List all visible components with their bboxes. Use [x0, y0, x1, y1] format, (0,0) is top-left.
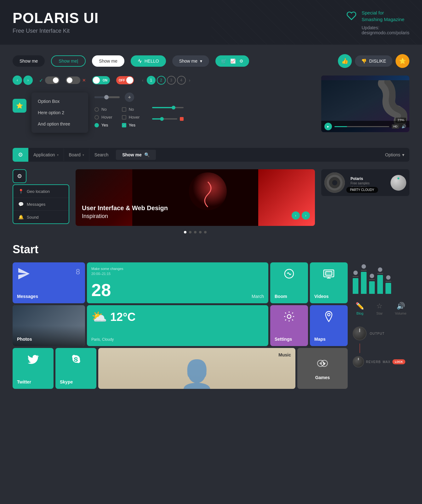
cal-time: 20:00–21:15	[91, 272, 264, 276]
icon-volume[interactable]: 🔊 Volume	[395, 302, 407, 315]
output-knob[interactable]	[353, 327, 367, 340]
dropdown-item-1[interactable]: Option Box	[31, 96, 88, 107]
circle-slider[interactable]	[125, 92, 134, 102]
tile-maps[interactable]: Maps	[310, 305, 348, 346]
radio-hover-1[interactable]: Hover	[94, 115, 112, 120]
weather-city: Paris, Cloudy	[91, 337, 264, 342]
nav-search[interactable]: Search	[89, 148, 113, 161]
dropdown-item-3[interactable]: And option three	[31, 118, 88, 130]
check-yes-2[interactable]: ✓ Yes	[122, 123, 140, 127]
volume-knob[interactable]	[391, 175, 406, 191]
show-me-btn-2[interactable]: Show me|	[51, 55, 86, 67]
carousel-prev[interactable]: ‹	[292, 211, 300, 220]
next-page[interactable]: ›	[187, 78, 192, 83]
page-3[interactable]: 3	[167, 76, 176, 85]
teal-slider-1[interactable]	[152, 107, 184, 108]
eq-knob-1[interactable]	[353, 271, 358, 275]
star-option-btn[interactable]: ⭐	[13, 99, 26, 113]
nav-board[interactable]: Board ▾	[64, 148, 89, 161]
messages-label: Messages	[17, 294, 81, 299]
tiles-row-1: 8 Messages Make some changes 20:00–21:15…	[13, 262, 348, 303]
tile-music[interactable]: Music 👤	[98, 348, 295, 389]
prev-arrow[interactable]: ‹	[13, 76, 22, 85]
star-btn-top[interactable]: ⭐	[396, 54, 409, 68]
tile-boom[interactable]: Boom	[270, 262, 308, 303]
toggle-pill-1[interactable]	[45, 76, 60, 84]
dropdown-item-2[interactable]: Here option 2	[31, 107, 88, 118]
message-count: 8	[76, 267, 80, 276]
eq-knob-4[interactable]	[378, 267, 382, 272]
dropdown-arrow-icon: ▾	[200, 59, 202, 64]
tile-photos[interactable]: Photos	[13, 305, 85, 346]
sliders-area: No Hover Yes	[94, 92, 315, 133]
show-me-dropdown-btn[interactable]: Show me ▾	[172, 55, 209, 67]
eq-fill-5	[385, 283, 391, 294]
tile-skype[interactable]: Skype	[55, 348, 96, 389]
tile-messages[interactable]: 8 Messages	[13, 262, 85, 303]
nav-gear-btn[interactable]: ⚙	[13, 148, 28, 162]
sidebar-item-geo[interactable]: 📍 Geo location	[13, 185, 69, 198]
tile-calendar[interactable]: Make some changes 20:00–21:15 28 March	[87, 262, 268, 303]
cart-icon: 🛒	[221, 59, 226, 64]
page-1[interactable]: 1	[147, 76, 156, 85]
eq-knob-5[interactable]	[386, 275, 391, 280]
nav-application[interactable]: Application ▾	[28, 148, 64, 161]
sidebar-gear-btn[interactable]: ⚙	[13, 169, 26, 183]
tile-settings[interactable]: Settings	[270, 305, 308, 346]
dot-1[interactable]	[184, 231, 186, 233]
teal-slider-2[interactable]	[152, 118, 177, 120]
dot-4[interactable]	[199, 231, 202, 233]
controls-row: ‹ › ✓ ✕ ON	[13, 76, 315, 85]
icon-blog[interactable]: ✏️ Blog	[356, 302, 364, 315]
header: POLARIS UI Free User Interface Kit Speci…	[0, 0, 422, 45]
like-btn[interactable]: 👍	[338, 54, 352, 68]
tile-twitter[interactable]: Twitter	[13, 348, 54, 389]
radio-yes-1[interactable]: Yes	[94, 123, 112, 127]
tile-weather[interactable]: ⛅ 12°C Paris, Cloudy	[87, 305, 268, 346]
toggle-pill-2[interactable]	[66, 76, 80, 84]
volume-icon[interactable]: 🔊	[402, 124, 406, 129]
dislike-btn[interactable]: 👎 DISLIKE	[355, 55, 392, 67]
show-me-btn-1[interactable]: Show me	[13, 55, 45, 67]
check-no-2[interactable]: No	[122, 107, 140, 112]
volume-icon: 🔊	[396, 302, 405, 310]
sidebar-item-sound[interactable]: 🔔 Sound	[13, 211, 69, 223]
app-title: POLARIS UI	[13, 9, 99, 26]
skype-label: Skype	[60, 379, 92, 384]
next-arrow[interactable]: ›	[23, 76, 33, 85]
dot-2[interactable]	[189, 231, 191, 233]
prev-page[interactable]: ‹	[140, 78, 145, 83]
page-2[interactable]: 2	[157, 76, 166, 85]
play-btn[interactable]: ▶	[324, 123, 332, 130]
toggle-on[interactable]: ON	[92, 76, 110, 84]
eq-fill-3	[369, 281, 375, 294]
tile-videos[interactable]: Videos	[310, 262, 348, 303]
dot-3[interactable]	[194, 231, 197, 233]
navbar: ⚙ Application ▾ Board ▾ Search Show me 🔍…	[13, 148, 409, 162]
geo-icon: 📍	[18, 189, 24, 194]
eq-knob-2[interactable]	[362, 264, 366, 269]
icon-group-btn[interactable]: 🛒 📈 ⚙	[215, 55, 249, 67]
app-arrow-icon: ▾	[57, 153, 59, 157]
eq-knob-3[interactable]	[370, 274, 374, 278]
show-me-btn-3[interactable]: Show me	[92, 55, 124, 67]
nav-options[interactable]: Options ▾	[380, 148, 409, 161]
page-4[interactable]: 4	[177, 76, 186, 85]
radio-circle-hover	[94, 115, 99, 120]
h-slider-1[interactable]	[94, 96, 120, 98]
toggle-off[interactable]: OFF	[116, 76, 134, 84]
board-arrow-icon: ▾	[83, 153, 84, 157]
nav-showme-btn[interactable]: Show me 🔍	[116, 150, 156, 160]
radio-no-1[interactable]: No	[94, 107, 112, 112]
message-icon: 💬	[18, 202, 24, 207]
check-hover-2[interactable]: Hover	[122, 115, 140, 120]
sidebar-item-messages[interactable]: 💬 Messages	[13, 198, 69, 211]
dot-5[interactable]	[204, 231, 207, 233]
carousel-next[interactable]: ›	[302, 211, 310, 220]
tiles-right: ✏️ Blog ☆ Star 🔊 Volume	[353, 262, 409, 389]
video-progress[interactable]	[334, 126, 389, 127]
reverb-knob[interactable]	[353, 356, 364, 367]
icon-star[interactable]: ☆ Star	[376, 302, 383, 315]
tile-games[interactable]: Games	[297, 348, 348, 389]
hello-btn[interactable]: HELLO	[131, 55, 166, 67]
